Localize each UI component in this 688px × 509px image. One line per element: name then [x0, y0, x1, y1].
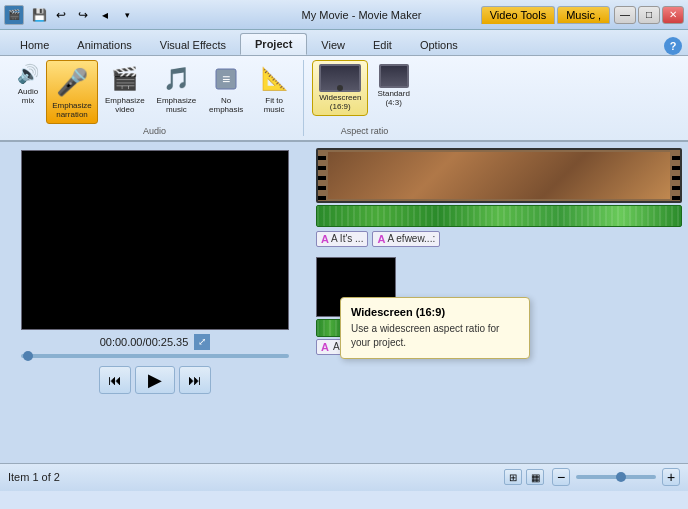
- no-emphasis-label: Noemphasis: [209, 97, 243, 115]
- timeline-label-1[interactable]: A A It's ...: [316, 231, 368, 247]
- ribbon-group-audio: 🔊 Audiomix 🎤 Emphasizenarration 🎬 Emphas…: [6, 60, 304, 136]
- redo-button[interactable]: ↪: [73, 5, 93, 25]
- tab-options[interactable]: Options: [406, 35, 472, 55]
- maximize-button[interactable]: □: [638, 6, 660, 24]
- music-icon: 🎵: [158, 63, 194, 95]
- zoom-slider[interactable]: [576, 475, 656, 479]
- qat-menu-button[interactable]: ▾: [117, 5, 137, 25]
- timeline-item-1: A A It's ... A A efwew...:: [316, 148, 682, 247]
- emphasize-narration-button[interactable]: 🎤 Emphasizenarration: [46, 60, 98, 124]
- save-button[interactable]: 💾: [29, 5, 49, 25]
- fit-to-music-icon: 📐: [256, 63, 292, 95]
- close-button[interactable]: ✕: [662, 6, 684, 24]
- widescreen-label: Widescreen(16:9): [319, 94, 361, 112]
- label-a-icon-1: A: [321, 233, 329, 245]
- context-tabs: Video Tools Music ,: [481, 6, 610, 24]
- timeline-labels-row: A A It's ... A A efwew...:: [316, 229, 682, 247]
- ribbon-tab-bar: Home Animations Visual Effects Project V…: [0, 30, 688, 56]
- preview-slider-row: [21, 354, 289, 358]
- split-view-icon[interactable]: ⊞: [504, 469, 522, 485]
- widescreen-button[interactable]: Widescreen(16:9): [312, 60, 368, 116]
- title-bar: 🎬 💾 ↩ ↪ ◂ ▾ My Movie - Movie Maker Video…: [0, 0, 688, 30]
- zoom-in-button[interactable]: +: [662, 468, 680, 486]
- preview-screen: [21, 150, 289, 330]
- audio-mix-label: Audiomix: [18, 88, 38, 106]
- music-tab[interactable]: Music ,: [557, 6, 610, 24]
- timeline-label-2[interactable]: A A efwew...:: [372, 231, 440, 247]
- audio-mix-button[interactable]: 🔊 Audiomix: [12, 60, 44, 108]
- back-button[interactable]: ◂: [95, 5, 115, 25]
- label-a-icon-2: A: [377, 233, 385, 245]
- tooltip-title: Widescreen (16:9): [351, 306, 519, 318]
- emphasize-narration-label: Emphasizenarration: [52, 102, 92, 120]
- preview-panel: 00:00.00/00:25.35 ⤢ ⏮ ▶ ⏭: [0, 142, 310, 463]
- status-icons: ⊞ ▦: [504, 469, 544, 485]
- tab-edit[interactable]: Edit: [359, 35, 406, 55]
- tooltip-widescreen: Widescreen (16:9) Use a widescreen aspec…: [340, 297, 530, 359]
- standard-label: Standard(4:3): [377, 90, 409, 108]
- audio-mix-icon: 🔊: [16, 62, 40, 86]
- next-frame-button[interactable]: ⏭: [179, 366, 211, 394]
- emphasize-music-label: Emphasizemusic: [157, 97, 197, 115]
- preview-time-row: 00:00.00/00:25.35 ⤢: [100, 334, 211, 350]
- undo-button[interactable]: ↩: [51, 5, 71, 25]
- no-emphasis-button[interactable]: ≡ Noemphasis: [203, 60, 249, 118]
- status-bar: Item 1 of 2 ⊞ ▦ − +: [0, 463, 688, 491]
- svg-text:≡: ≡: [222, 71, 230, 87]
- timeline-text-label-2: A efwew...:: [387, 233, 435, 244]
- preview-seek-track[interactable]: [21, 354, 289, 358]
- preview-expand-button[interactable]: ⤢: [194, 334, 210, 350]
- aspect-ratio-tools: Widescreen(16:9) Standard(4:3): [312, 60, 417, 116]
- play-button[interactable]: ▶: [135, 366, 175, 394]
- ribbon-content: 🔊 Audiomix 🎤 Emphasizenarration 🎬 Emphas…: [0, 56, 688, 142]
- window-controls: — □ ✕: [614, 6, 684, 24]
- tab-visual-effects[interactable]: Visual Effects: [146, 35, 240, 55]
- no-emphasis-icon: ≡: [208, 63, 244, 95]
- video-icon: 🎬: [107, 63, 143, 95]
- tab-animations[interactable]: Animations: [63, 35, 145, 55]
- preview-timestamp: 00:00.00/00:25.35: [100, 336, 189, 348]
- aspect-ratio-group-label: Aspect ratio: [341, 124, 389, 136]
- filmstrip-inner-1: [328, 152, 670, 199]
- app-icon: 🎬: [4, 5, 24, 25]
- window-title: My Movie - Movie Maker: [242, 9, 480, 21]
- tab-project[interactable]: Project: [240, 33, 307, 55]
- minimize-button[interactable]: —: [614, 6, 636, 24]
- quick-access-toolbar: 💾 ↩ ↪ ◂ ▾: [29, 5, 137, 25]
- video-tools-tab[interactable]: Video Tools: [481, 6, 555, 24]
- tab-view[interactable]: View: [307, 35, 359, 55]
- timeline-text-label-1: A It's ...: [331, 233, 363, 244]
- zoom-out-button[interactable]: −: [552, 468, 570, 486]
- zoom-controls: − +: [552, 468, 680, 486]
- main-content: 00:00.00/00:25.35 ⤢ ⏮ ▶ ⏭ A A It's ...: [0, 142, 688, 463]
- waveform-1: [316, 205, 682, 227]
- preview-seek-thumb[interactable]: [23, 351, 33, 361]
- tab-home[interactable]: Home: [6, 35, 63, 55]
- fit-to-music-label: Fit tomusic: [264, 97, 285, 115]
- standard-button[interactable]: Standard(4:3): [370, 60, 416, 112]
- emphasize-video-label: Emphasizevideo: [105, 97, 145, 115]
- emphasize-music-button[interactable]: 🎵 Emphasizemusic: [152, 60, 202, 118]
- storyboard-icon[interactable]: ▦: [526, 469, 544, 485]
- emphasize-video-button[interactable]: 🎬 Emphasizevideo: [100, 60, 150, 118]
- prev-frame-button[interactable]: ⏮: [99, 366, 131, 394]
- audio-group-label: Audio: [143, 124, 166, 136]
- title-bar-left: 🎬 💾 ↩ ↪ ◂ ▾: [4, 5, 242, 25]
- fit-to-music-button[interactable]: 📐 Fit tomusic: [251, 60, 297, 118]
- filmstrip-1[interactable]: [316, 148, 682, 203]
- audio-tools: 🔊 Audiomix 🎤 Emphasizenarration 🎬 Emphas…: [12, 60, 297, 124]
- label-a-icon-3: A: [321, 341, 329, 353]
- standard-preview-icon: [379, 64, 409, 88]
- narration-icon: 🎤: [52, 64, 92, 100]
- status-text: Item 1 of 2: [8, 471, 496, 483]
- preview-controls: ⏮ ▶ ⏭: [99, 366, 211, 394]
- tooltip-body: Use a widescreen aspect ratio for your p…: [351, 322, 519, 350]
- help-button[interactable]: ?: [664, 37, 682, 55]
- ribbon-group-aspect-ratio: Widescreen(16:9) Standard(4:3) Aspect ra…: [306, 60, 423, 136]
- zoom-slider-thumb[interactable]: [616, 472, 626, 482]
